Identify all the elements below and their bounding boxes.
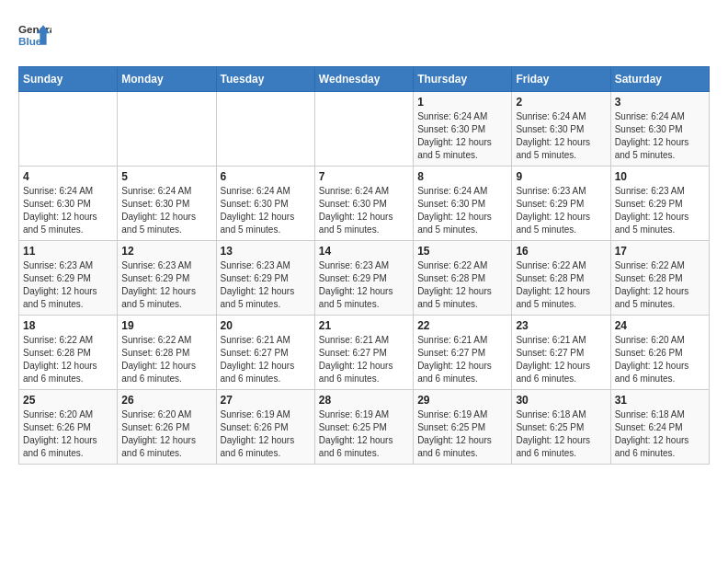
logo: General Blue [18, 18, 51, 52]
calendar-week: 1Sunrise: 6:24 AMSunset: 6:30 PMDaylight… [19, 92, 710, 167]
day-info: Sunrise: 6:24 AMSunset: 6:30 PMDaylight:… [417, 185, 507, 236]
weekday-header: Monday [118, 67, 216, 92]
day-number: 24 [615, 319, 705, 332]
calendar-week: 18Sunrise: 6:22 AMSunset: 6:28 PMDayligh… [19, 316, 710, 390]
day-info: Sunrise: 6:20 AMSunset: 6:26 PMDaylight:… [615, 334, 705, 385]
day-info: Sunrise: 6:24 AMSunset: 6:30 PMDaylight:… [417, 110, 507, 162]
calendar-cell: 22Sunrise: 6:21 AMSunset: 6:27 PMDayligh… [414, 316, 512, 390]
svg-text:Blue: Blue [18, 35, 42, 47]
calendar-cell: 15Sunrise: 6:22 AMSunset: 6:28 PMDayligh… [414, 241, 512, 316]
calendar-cell: 20Sunrise: 6:21 AMSunset: 6:27 PMDayligh… [216, 316, 314, 390]
day-info: Sunrise: 6:23 AMSunset: 6:29 PMDaylight:… [615, 185, 705, 236]
day-number: 30 [516, 394, 606, 407]
calendar-cell: 14Sunrise: 6:23 AMSunset: 6:29 PMDayligh… [314, 241, 413, 316]
day-info: Sunrise: 6:23 AMSunset: 6:29 PMDaylight:… [319, 259, 409, 311]
calendar-cell [216, 92, 314, 167]
calendar-cell: 4Sunrise: 6:24 AMSunset: 6:30 PMDaylight… [19, 167, 118, 241]
day-number: 25 [23, 394, 113, 407]
calendar-cell: 24Sunrise: 6:20 AMSunset: 6:26 PMDayligh… [610, 316, 709, 390]
day-number: 14 [319, 245, 409, 258]
day-info: Sunrise: 6:21 AMSunset: 6:27 PMDaylight:… [221, 334, 311, 385]
day-info: Sunrise: 6:18 AMSunset: 6:24 PMDaylight:… [615, 408, 705, 460]
day-info: Sunrise: 6:23 AMSunset: 6:29 PMDaylight:… [121, 259, 211, 311]
calendar-cell: 12Sunrise: 6:23 AMSunset: 6:29 PMDayligh… [118, 241, 216, 316]
calendar-cell: 7Sunrise: 6:24 AMSunset: 6:30 PMDaylight… [314, 167, 413, 241]
calendar-cell: 25Sunrise: 6:20 AMSunset: 6:26 PMDayligh… [19, 390, 118, 465]
day-number: 27 [221, 394, 311, 407]
day-number: 31 [615, 394, 705, 407]
day-info: Sunrise: 6:24 AMSunset: 6:30 PMDaylight:… [615, 110, 705, 162]
day-info: Sunrise: 6:19 AMSunset: 6:25 PMDaylight:… [417, 408, 507, 460]
day-number: 3 [615, 96, 705, 109]
calendar-week: 11Sunrise: 6:23 AMSunset: 6:29 PMDayligh… [19, 241, 710, 316]
day-info: Sunrise: 6:22 AMSunset: 6:28 PMDaylight:… [417, 259, 507, 311]
calendar-cell: 9Sunrise: 6:23 AMSunset: 6:29 PMDaylight… [512, 167, 610, 241]
calendar-cell: 29Sunrise: 6:19 AMSunset: 6:25 PMDayligh… [414, 390, 512, 465]
calendar-cell: 3Sunrise: 6:24 AMSunset: 6:30 PMDaylight… [610, 92, 709, 167]
day-number: 15 [417, 245, 507, 258]
calendar-cell: 18Sunrise: 6:22 AMSunset: 6:28 PMDayligh… [19, 316, 118, 390]
calendar-header: SundayMondayTuesdayWednesdayThursdayFrid… [19, 67, 710, 92]
day-info: Sunrise: 6:24 AMSunset: 6:30 PMDaylight:… [221, 185, 311, 236]
day-number: 23 [516, 319, 606, 332]
day-number: 4 [23, 170, 113, 183]
day-info: Sunrise: 6:24 AMSunset: 6:30 PMDaylight:… [121, 185, 211, 236]
day-number: 28 [319, 394, 409, 407]
calendar-week: 4Sunrise: 6:24 AMSunset: 6:30 PMDaylight… [19, 167, 710, 241]
day-info: Sunrise: 6:19 AMSunset: 6:25 PMDaylight:… [319, 408, 409, 460]
calendar-cell: 11Sunrise: 6:23 AMSunset: 6:29 PMDayligh… [19, 241, 118, 316]
day-number: 13 [221, 245, 311, 258]
calendar-body: 1Sunrise: 6:24 AMSunset: 6:30 PMDaylight… [19, 92, 710, 465]
day-number: 16 [516, 245, 606, 258]
weekday-header: Saturday [610, 67, 709, 92]
day-number: 11 [23, 245, 113, 258]
day-info: Sunrise: 6:22 AMSunset: 6:28 PMDaylight:… [516, 259, 606, 311]
logo-icon: General Blue [18, 18, 51, 52]
calendar-cell: 19Sunrise: 6:22 AMSunset: 6:28 PMDayligh… [118, 316, 216, 390]
calendar-cell: 31Sunrise: 6:18 AMSunset: 6:24 PMDayligh… [610, 390, 709, 465]
calendar-cell: 23Sunrise: 6:21 AMSunset: 6:27 PMDayligh… [512, 316, 610, 390]
day-info: Sunrise: 6:22 AMSunset: 6:28 PMDaylight:… [615, 259, 705, 311]
calendar-week: 25Sunrise: 6:20 AMSunset: 6:26 PMDayligh… [19, 390, 710, 465]
calendar-cell: 5Sunrise: 6:24 AMSunset: 6:30 PMDaylight… [118, 167, 216, 241]
calendar-cell: 8Sunrise: 6:24 AMSunset: 6:30 PMDaylight… [414, 167, 512, 241]
weekday-header: Thursday [414, 67, 512, 92]
calendar-cell: 6Sunrise: 6:24 AMSunset: 6:30 PMDaylight… [216, 167, 314, 241]
page-header: General Blue [18, 18, 710, 52]
calendar-cell: 28Sunrise: 6:19 AMSunset: 6:25 PMDayligh… [314, 390, 413, 465]
calendar-cell [19, 92, 118, 167]
calendar-cell: 30Sunrise: 6:18 AMSunset: 6:25 PMDayligh… [512, 390, 610, 465]
day-number: 5 [121, 170, 211, 183]
day-info: Sunrise: 6:24 AMSunset: 6:30 PMDaylight:… [516, 110, 606, 162]
day-number: 2 [516, 96, 606, 109]
weekday-header: Sunday [19, 67, 118, 92]
day-info: Sunrise: 6:23 AMSunset: 6:29 PMDaylight:… [516, 185, 606, 236]
calendar-cell [314, 92, 413, 167]
calendar-cell: 21Sunrise: 6:21 AMSunset: 6:27 PMDayligh… [314, 316, 413, 390]
day-number: 12 [121, 245, 211, 258]
calendar-cell: 26Sunrise: 6:20 AMSunset: 6:26 PMDayligh… [118, 390, 216, 465]
day-number: 21 [319, 319, 409, 332]
day-number: 1 [417, 96, 507, 109]
day-number: 7 [319, 170, 409, 183]
day-number: 22 [417, 319, 507, 332]
weekday-header: Friday [512, 67, 610, 92]
calendar-cell: 13Sunrise: 6:23 AMSunset: 6:29 PMDayligh… [216, 241, 314, 316]
day-info: Sunrise: 6:21 AMSunset: 6:27 PMDaylight:… [516, 334, 606, 385]
day-info: Sunrise: 6:24 AMSunset: 6:30 PMDaylight:… [23, 185, 113, 236]
day-number: 17 [615, 245, 705, 258]
day-info: Sunrise: 6:18 AMSunset: 6:25 PMDaylight:… [516, 408, 606, 460]
calendar-cell: 27Sunrise: 6:19 AMSunset: 6:26 PMDayligh… [216, 390, 314, 465]
calendar-cell: 10Sunrise: 6:23 AMSunset: 6:29 PMDayligh… [610, 167, 709, 241]
calendar-cell: 16Sunrise: 6:22 AMSunset: 6:28 PMDayligh… [512, 241, 610, 316]
day-number: 9 [516, 170, 606, 183]
day-info: Sunrise: 6:22 AMSunset: 6:28 PMDaylight:… [23, 334, 113, 385]
calendar-cell: 1Sunrise: 6:24 AMSunset: 6:30 PMDaylight… [414, 92, 512, 167]
calendar-cell: 17Sunrise: 6:22 AMSunset: 6:28 PMDayligh… [610, 241, 709, 316]
day-info: Sunrise: 6:23 AMSunset: 6:29 PMDaylight:… [23, 259, 113, 311]
day-info: Sunrise: 6:24 AMSunset: 6:30 PMDaylight:… [319, 185, 409, 236]
day-info: Sunrise: 6:23 AMSunset: 6:29 PMDaylight:… [221, 259, 311, 311]
calendar-cell [118, 92, 216, 167]
day-number: 18 [23, 319, 113, 332]
weekday-header: Wednesday [314, 67, 413, 92]
